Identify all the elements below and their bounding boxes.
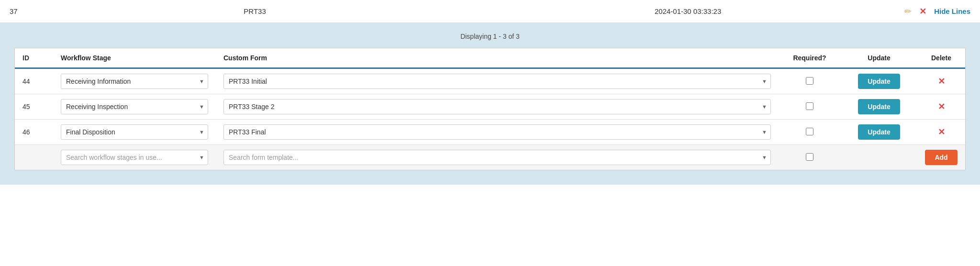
delete-button[interactable]: ✕ — [938, 127, 945, 137]
edit-icon[interactable]: ✏ — [904, 6, 912, 17]
col-header-update: Update — [841, 48, 917, 68]
row-workflow-stage[interactable]: Receiving InformationReceiving Inspectio… — [53, 94, 216, 120]
header-row: 37 PRT33 2024-01-30 03:33:23 ✏ ✕ Hide Li… — [0, 0, 980, 23]
row-id: 46 — [15, 120, 53, 145]
row-required[interactable] — [779, 68, 841, 94]
add-required-checkbox[interactable] — [806, 153, 813, 161]
table-header-row: ID Workflow Stage Custom Form Required? … — [15, 48, 965, 68]
header-date: 2024-01-30 03:33:23 — [471, 7, 904, 15]
col-header-id: ID — [15, 48, 53, 68]
table-row: 45Receiving InformationReceiving Inspect… — [15, 94, 965, 120]
row-delete[interactable]: ✕ — [917, 120, 965, 145]
add-form-template-select[interactable]: Search form template...PRT33 InitialPRT3… — [223, 150, 771, 165]
row-id: 44 — [15, 68, 53, 94]
header-record-id: 37 — [10, 7, 38, 15]
row-workflow-stage[interactable]: Receiving InformationReceiving Inspectio… — [53, 68, 216, 94]
workflow-stage-select[interactable]: Receiving InformationReceiving Inspectio… — [61, 124, 208, 140]
row-required[interactable] — [779, 120, 841, 145]
add-workflow-stage-cell[interactable]: Search workflow stages in use...Receivin… — [53, 145, 216, 170]
table-row: 44Receiving InformationReceiving Inspect… — [15, 68, 965, 94]
header-code: PRT33 — [38, 7, 471, 15]
col-header-delete: Delete — [917, 48, 965, 68]
row-update[interactable]: Update — [841, 68, 917, 94]
add-required-cell[interactable] — [779, 145, 841, 170]
custom-form-select[interactable]: PRT33 InitialPRT33 Stage 2PRT33 Final — [223, 99, 771, 114]
col-header-workflow: Workflow Stage — [53, 48, 216, 68]
add-row-id-cell — [15, 145, 53, 170]
row-update[interactable]: Update — [841, 94, 917, 120]
row-required[interactable] — [779, 94, 841, 120]
delete-button[interactable]: ✕ — [938, 76, 945, 87]
table-row: 46Receiving InformationReceiving Inspect… — [15, 120, 965, 145]
table-wrapper: ID Workflow Stage Custom Form Required? … — [14, 48, 966, 170]
add-workflow-stage-select[interactable]: Search workflow stages in use...Receivin… — [61, 150, 208, 165]
row-workflow-stage[interactable]: Receiving InformationReceiving Inspectio… — [53, 120, 216, 145]
header-delete-icon[interactable]: ✕ — [919, 6, 926, 17]
custom-form-select[interactable]: PRT33 InitialPRT33 Stage 2PRT33 Final — [223, 124, 771, 140]
row-custom-form[interactable]: PRT33 InitialPRT33 Stage 2PRT33 Final▼ — [216, 94, 779, 120]
update-button[interactable]: Update — [858, 74, 900, 89]
display-count: Displaying 1 - 3 of 3 — [14, 33, 966, 40]
workflow-stage-select[interactable]: Receiving InformationReceiving Inspectio… — [61, 74, 208, 89]
row-id: 45 — [15, 94, 53, 120]
header-actions: ✏ ✕ Hide Lines — [904, 6, 970, 17]
row-delete[interactable]: ✕ — [917, 68, 965, 94]
workflow-table: ID Workflow Stage Custom Form Required? … — [15, 48, 965, 170]
col-header-custom-form: Custom Form — [216, 48, 779, 68]
main-container: Displaying 1 - 3 of 3 ID Workflow Stage … — [0, 23, 980, 185]
row-custom-form[interactable]: PRT33 InitialPRT33 Stage 2PRT33 Final▼ — [216, 120, 779, 145]
required-checkbox[interactable] — [806, 102, 813, 110]
add-button[interactable]: Add — [925, 150, 957, 165]
row-update[interactable]: Update — [841, 120, 917, 145]
delete-button[interactable]: ✕ — [938, 101, 945, 112]
row-custom-form[interactable]: PRT33 InitialPRT33 Stage 2PRT33 Final▼ — [216, 68, 779, 94]
required-checkbox[interactable] — [806, 128, 813, 135]
row-delete[interactable]: ✕ — [917, 94, 965, 120]
hide-lines-button[interactable]: Hide Lines — [934, 7, 970, 15]
custom-form-select[interactable]: PRT33 InitialPRT33 Stage 2PRT33 Final — [223, 74, 771, 89]
add-update-cell — [841, 145, 917, 170]
update-button[interactable]: Update — [858, 124, 900, 140]
workflow-stage-select[interactable]: Receiving InformationReceiving Inspectio… — [61, 99, 208, 114]
add-button-cell[interactable]: Add — [917, 145, 965, 170]
col-header-required: Required? — [779, 48, 841, 68]
add-form-template-cell[interactable]: Search form template...PRT33 InitialPRT3… — [216, 145, 779, 170]
update-button[interactable]: Update — [858, 99, 900, 114]
add-row: Search workflow stages in use...Receivin… — [15, 145, 965, 170]
required-checkbox[interactable] — [806, 77, 813, 85]
